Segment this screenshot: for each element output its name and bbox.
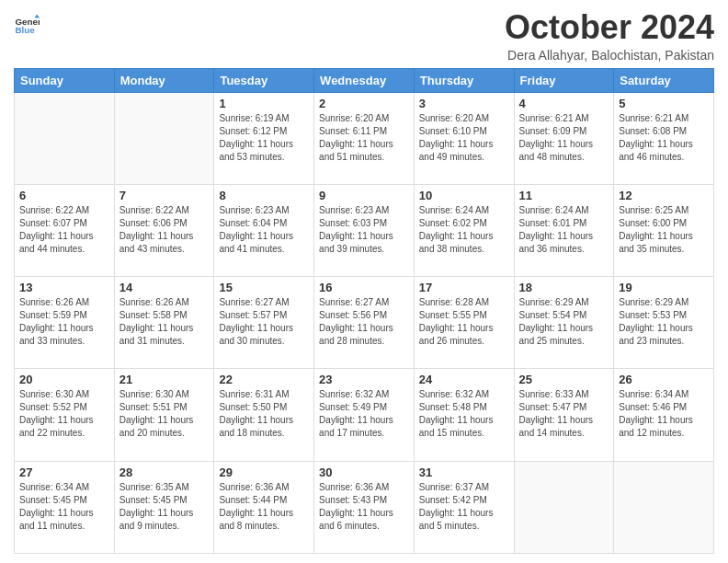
table-row: 11Sunrise: 6:24 AMSunset: 6:01 PMDayligh… [514,184,614,276]
table-row [114,92,214,184]
table-row: 30Sunrise: 6:36 AMSunset: 5:43 PMDayligh… [314,461,415,553]
day-info: Sunrise: 6:27 AMSunset: 5:56 PMDaylight:… [319,296,409,348]
table-row: 8Sunrise: 6:23 AMSunset: 6:04 PMDaylight… [214,184,314,276]
header: General Blue October 2024 Dera Allahyar,… [14,9,714,63]
day-number: 7 [119,189,210,202]
day-number: 16 [319,281,409,294]
day-info: Sunrise: 6:37 AMSunset: 5:42 PMDaylight:… [419,481,509,533]
calendar-week-row: 1Sunrise: 6:19 AMSunset: 6:12 PMDaylight… [15,92,714,184]
table-row [15,92,115,184]
table-row: 28Sunrise: 6:35 AMSunset: 5:45 PMDayligh… [114,461,214,553]
day-info: Sunrise: 6:32 AMSunset: 5:48 PMDaylight:… [419,388,509,440]
subtitle: Dera Allahyar, Balochistan, Pakistan [505,48,714,63]
table-row: 6Sunrise: 6:22 AMSunset: 6:07 PMDaylight… [15,184,115,276]
col-tuesday: Tuesday [214,68,314,92]
day-info: Sunrise: 6:29 AMSunset: 5:53 PMDaylight:… [619,296,709,348]
table-row: 31Sunrise: 6:37 AMSunset: 5:42 PMDayligh… [414,461,514,553]
table-row: 20Sunrise: 6:30 AMSunset: 5:52 PMDayligh… [15,369,115,461]
table-row: 7Sunrise: 6:22 AMSunset: 6:06 PMDaylight… [114,184,214,276]
day-info: Sunrise: 6:30 AMSunset: 5:51 PMDaylight:… [119,388,210,440]
table-row [614,461,714,553]
day-info: Sunrise: 6:25 AMSunset: 6:00 PMDaylight:… [619,204,709,256]
day-number: 26 [619,373,709,386]
table-row: 18Sunrise: 6:29 AMSunset: 5:54 PMDayligh… [514,277,614,369]
logo: General Blue [14,13,41,39]
day-number: 22 [219,373,309,386]
table-row: 19Sunrise: 6:29 AMSunset: 5:53 PMDayligh… [614,277,714,369]
calendar-week-row: 6Sunrise: 6:22 AMSunset: 6:07 PMDaylight… [15,184,714,276]
col-friday: Friday [514,68,614,92]
table-row: 22Sunrise: 6:31 AMSunset: 5:50 PMDayligh… [214,369,314,461]
day-info: Sunrise: 6:24 AMSunset: 6:02 PMDaylight:… [419,204,509,256]
day-number: 25 [519,373,609,386]
table-row: 15Sunrise: 6:27 AMSunset: 5:57 PMDayligh… [214,277,314,369]
col-wednesday: Wednesday [314,68,415,92]
col-monday: Monday [114,68,214,92]
day-info: Sunrise: 6:20 AMSunset: 6:11 PMDaylight:… [319,112,409,164]
day-info: Sunrise: 6:20 AMSunset: 6:10 PMDaylight:… [419,112,509,164]
table-row: 1Sunrise: 6:19 AMSunset: 6:12 PMDaylight… [214,92,314,184]
table-row: 3Sunrise: 6:20 AMSunset: 6:10 PMDaylight… [414,92,514,184]
svg-text:Blue: Blue [15,25,35,35]
table-row [514,461,614,553]
table-row: 2Sunrise: 6:20 AMSunset: 6:11 PMDaylight… [314,92,415,184]
col-sunday: Sunday [15,68,115,92]
table-row: 16Sunrise: 6:27 AMSunset: 5:56 PMDayligh… [314,277,415,369]
table-row: 23Sunrise: 6:32 AMSunset: 5:49 PMDayligh… [314,369,415,461]
calendar-week-row: 27Sunrise: 6:34 AMSunset: 5:45 PMDayligh… [15,461,714,553]
calendar-week-row: 13Sunrise: 6:26 AMSunset: 5:59 PMDayligh… [15,277,714,369]
day-info: Sunrise: 6:28 AMSunset: 5:55 PMDaylight:… [419,296,509,348]
day-info: Sunrise: 6:32 AMSunset: 5:49 PMDaylight:… [319,388,409,440]
day-number: 21 [119,373,210,386]
day-info: Sunrise: 6:29 AMSunset: 5:54 PMDaylight:… [519,296,609,348]
day-number: 31 [419,465,509,479]
day-number: 8 [219,189,309,202]
day-info: Sunrise: 6:34 AMSunset: 5:46 PMDaylight:… [619,388,709,440]
day-number: 11 [519,189,609,202]
day-number: 14 [119,281,210,294]
day-number: 1 [219,97,309,110]
day-number: 2 [319,97,409,110]
day-info: Sunrise: 6:36 AMSunset: 5:44 PMDaylight:… [219,481,309,533]
table-row: 10Sunrise: 6:24 AMSunset: 6:02 PMDayligh… [414,184,514,276]
logo-icon: General Blue [14,13,40,39]
day-number: 6 [19,189,109,202]
day-number: 5 [619,97,709,110]
title-section: October 2024 Dera Allahyar, Balochistan,… [505,9,714,63]
day-number: 4 [519,97,609,110]
table-row: 17Sunrise: 6:28 AMSunset: 5:55 PMDayligh… [414,277,514,369]
table-row: 29Sunrise: 6:36 AMSunset: 5:44 PMDayligh… [214,461,314,553]
day-number: 19 [619,281,709,294]
day-info: Sunrise: 6:21 AMSunset: 6:09 PMDaylight:… [519,112,609,164]
day-info: Sunrise: 6:30 AMSunset: 5:52 PMDaylight:… [19,388,109,440]
day-info: Sunrise: 6:33 AMSunset: 5:47 PMDaylight:… [519,388,609,440]
table-row: 24Sunrise: 6:32 AMSunset: 5:48 PMDayligh… [414,369,514,461]
day-info: Sunrise: 6:27 AMSunset: 5:57 PMDaylight:… [219,296,309,348]
day-number: 29 [219,465,309,479]
col-thursday: Thursday [414,68,514,92]
day-info: Sunrise: 6:31 AMSunset: 5:50 PMDaylight:… [219,388,309,440]
table-row: 13Sunrise: 6:26 AMSunset: 5:59 PMDayligh… [15,277,115,369]
calendar-week-row: 20Sunrise: 6:30 AMSunset: 5:52 PMDayligh… [15,369,714,461]
day-number: 24 [419,373,509,386]
day-info: Sunrise: 6:35 AMSunset: 5:45 PMDaylight:… [119,481,210,533]
day-number: 12 [619,189,709,202]
day-info: Sunrise: 6:22 AMSunset: 6:07 PMDaylight:… [19,204,109,256]
day-info: Sunrise: 6:21 AMSunset: 6:08 PMDaylight:… [619,112,709,164]
table-row: 9Sunrise: 6:23 AMSunset: 6:03 PMDaylight… [314,184,415,276]
day-number: 23 [319,373,409,386]
table-row: 4Sunrise: 6:21 AMSunset: 6:09 PMDaylight… [514,92,614,184]
day-number: 30 [319,465,409,479]
day-number: 18 [519,281,609,294]
calendar: Sunday Monday Tuesday Wednesday Thursday… [14,68,714,554]
day-number: 3 [419,97,509,110]
header-row: Sunday Monday Tuesday Wednesday Thursday… [15,68,714,92]
day-info: Sunrise: 6:23 AMSunset: 6:03 PMDaylight:… [319,204,409,256]
page: General Blue October 2024 Dera Allahyar,… [0,0,728,563]
day-number: 28 [119,465,210,479]
day-info: Sunrise: 6:36 AMSunset: 5:43 PMDaylight:… [319,481,409,533]
day-info: Sunrise: 6:26 AMSunset: 5:59 PMDaylight:… [19,296,109,348]
day-info: Sunrise: 6:26 AMSunset: 5:58 PMDaylight:… [119,296,210,348]
day-number: 10 [419,189,509,202]
table-row: 14Sunrise: 6:26 AMSunset: 5:58 PMDayligh… [114,277,214,369]
